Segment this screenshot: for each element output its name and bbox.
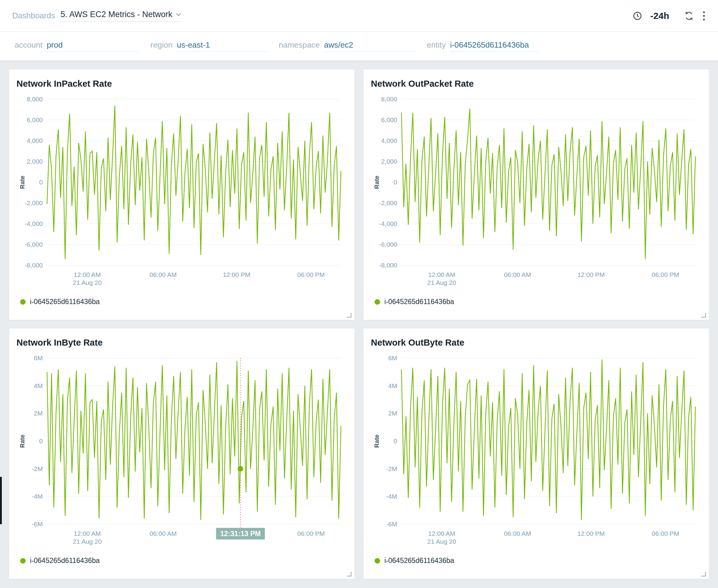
left-scrollbar[interactable] [0,477,2,524]
chart-panel-network-outpacket-rate: Network OutPacket Rate 8,0006,0004,0002,… [364,70,709,320]
inpacket-rate-chart[interactable]: 8,0006,0004,0002,0000-2,000-4,000-6,000-… [17,94,347,296]
svg-text:-2M: -2M [32,465,43,472]
legend-label: i-0645265d6116436ba [384,298,454,306]
chart-title: Network InByte Rate [17,338,347,348]
svg-text:12:00 PM: 12:00 PM [577,530,605,537]
time-range-value[interactable]: -24h [650,11,669,21]
resize-handle[interactable] [701,313,706,317]
filter-entity-value[interactable]: i-0645265d6116436ba [450,40,538,52]
chart-title: Network InPacket Rate [17,79,347,89]
svg-text:0: 0 [394,438,397,444]
legend-label: i-0645265d6116436ba [30,298,100,306]
svg-text:06:00 PM: 06:00 PM [652,271,679,278]
resize-handle[interactable] [347,313,351,317]
svg-text:2M: 2M [388,410,397,417]
legend-item[interactable]: i-0645265d6116436ba [17,556,347,565]
resize-handle[interactable] [347,572,351,576]
svg-text:-4M: -4M [32,493,43,500]
svg-text:12:00 PM: 12:00 PM [577,271,605,278]
svg-text:8,000: 8,000 [381,96,397,103]
svg-text:6M: 6M [388,354,397,361]
svg-text:-6M: -6M [386,521,397,528]
svg-text:-8,000: -8,000 [24,261,43,269]
svg-text:6,000: 6,000 [26,116,43,123]
filter-namespace-label: namespace [279,40,320,50]
svg-text:21 Aug 20: 21 Aug 20 [427,279,457,286]
time-picker-button[interactable] [633,11,642,21]
svg-text:12:00 AM: 12:00 AM [428,271,456,278]
filter-entity: entity i-0645265d6116436ba [427,40,538,52]
svg-text:06:00 PM: 06:00 PM [652,530,679,537]
svg-text:0: 0 [394,178,397,186]
svg-text:06:00 AM: 06:00 AM [504,271,531,278]
top-bar: Dashboards 5. AWS EC2 Metrics - Network … [0,0,718,32]
kebab-menu-button[interactable] [702,10,706,21]
breadcrumb: Dashboards [12,11,55,20]
legend-item[interactable]: i-0645265d6116436ba [371,556,701,565]
svg-text:-4,000: -4,000 [379,220,397,227]
kebab-menu-icon [702,10,706,21]
filter-region-value[interactable]: us-east-1 [177,40,268,52]
svg-text:4,000: 4,000 [381,137,397,144]
svg-text:-2M: -2M [386,465,397,472]
chart-title: Network OutPacket Rate [371,79,701,89]
svg-text:12:31:13 PM: 12:31:13 PM [220,530,261,538]
chart-panel-network-inbyte-rate: Network InByte Rate 6M4M2M0-2M-4M-6MRate… [9,329,354,579]
chevron-down-icon [175,13,182,17]
svg-text:-6M: -6M [32,521,43,528]
svg-text:12:00 AM: 12:00 AM [74,271,101,278]
filter-region-label: region [150,40,172,50]
svg-text:06:00 PM: 06:00 PM [297,530,325,537]
svg-text:8,000: 8,000 [26,96,43,103]
legend-color-dot [375,558,380,564]
refresh-button[interactable] [684,11,694,21]
svg-text:2,000: 2,000 [381,158,397,165]
svg-text:-6,000: -6,000 [379,241,397,248]
legend-color-dot [20,299,26,305]
legend-item[interactable]: i-0645265d6116436ba [17,298,347,306]
svg-text:Rate: Rate [19,175,26,189]
svg-text:21 Aug 20: 21 Aug 20 [73,538,102,545]
svg-text:-2,000: -2,000 [379,200,397,206]
svg-text:-2,000: -2,000 [24,200,43,206]
filter-bar: account prod region us-east-1 namespace … [0,32,718,60]
svg-text:Rate: Rate [373,435,380,447]
chart-panel-network-outbyte-rate: Network OutByte Rate 6M4M2M0-2M-4M-6MRat… [364,329,709,579]
svg-text:6M: 6M [34,354,43,361]
filter-account-value[interactable]: prod [47,40,138,52]
svg-text:21 Aug 20: 21 Aug 20 [427,538,457,545]
svg-text:12:00 AM: 12:00 AM [74,530,101,537]
svg-text:06:00 AM: 06:00 AM [150,271,177,278]
chart-title: Network OutByte Rate [371,338,701,348]
outbyte-rate-chart[interactable]: 6M4M2M0-2M-4M-6MRate12:00 AM21 Aug 2006:… [371,353,701,555]
filter-namespace: namespace aws/ec2 [279,40,427,52]
svg-text:4M: 4M [388,382,397,389]
dashboard-title-dropdown[interactable]: 5. AWS EC2 Metrics - Network [60,10,182,22]
svg-text:6,000: 6,000 [381,116,397,123]
legend-color-dot [375,299,380,305]
svg-text:12:00 AM: 12:00 AM [428,530,456,537]
svg-text:06:00 AM: 06:00 AM [504,530,531,537]
filter-region: region us-east-1 [150,40,279,52]
svg-text:21 Aug 20: 21 Aug 20 [73,279,102,286]
filter-namespace-value[interactable]: aws/ec2 [324,40,416,52]
legend-color-dot [20,558,26,564]
svg-text:2,000: 2,000 [26,158,43,165]
page-title: 5. AWS EC2 Metrics - Network [60,10,172,19]
svg-text:-8,000: -8,000 [379,261,397,269]
svg-text:2M: 2M [34,410,43,417]
inbyte-rate-chart[interactable]: 6M4M2M0-2M-4M-6MRate12:00 AM21 Aug 2006:… [17,353,347,555]
clock-icon [633,11,642,21]
svg-text:-4M: -4M [386,493,397,500]
svg-text:-6,000: -6,000 [24,241,43,248]
legend-label: i-0645265d6116436ba [30,556,100,565]
outpacket-rate-chart[interactable]: 8,0006,0004,0002,0000-2,000-4,000-6,000-… [371,94,701,296]
svg-text:Rate: Rate [19,435,26,447]
svg-text:4M: 4M [34,382,43,389]
filter-account: account prod [15,40,150,52]
legend-label: i-0645265d6116436ba [384,556,454,565]
refresh-icon [684,11,694,21]
svg-text:0: 0 [39,438,43,444]
resize-handle[interactable] [701,572,706,576]
legend-item[interactable]: i-0645265d6116436ba [371,298,701,306]
